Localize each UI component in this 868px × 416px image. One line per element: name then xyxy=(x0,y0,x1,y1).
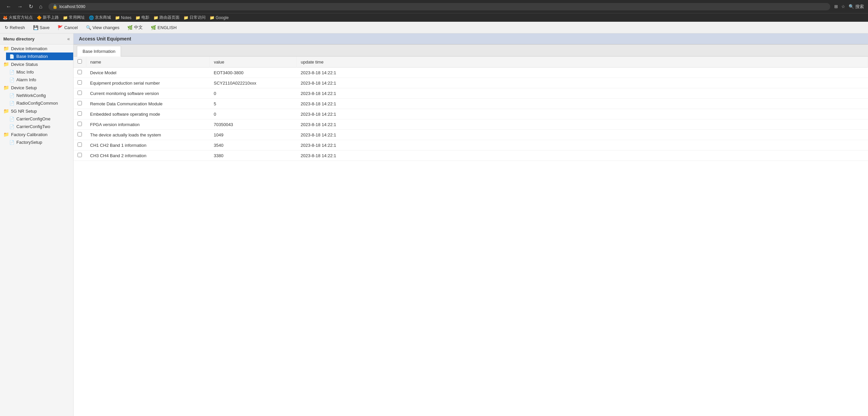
row-update-time-6: 2023-8-18 14:22:1 xyxy=(297,130,868,140)
sidebar-label-carrierconfigtwo: CarrierConfigTwo xyxy=(17,124,50,129)
file-icon-factorysetup: 📄 xyxy=(9,140,14,145)
row-update-time-2: 2023-8-18 14:22:1 xyxy=(297,88,868,99)
row-checkbox-4[interactable] xyxy=(78,111,82,116)
bookmark-router[interactable]: 📁 路由器页面 xyxy=(153,15,180,21)
bookmark-icon[interactable]: ☆ xyxy=(841,4,845,9)
back-button[interactable]: ← xyxy=(4,3,13,10)
row-update-time-7: 2023-8-18 14:22:1 xyxy=(297,140,868,150)
sidebar-item-alarm-info[interactable]: 📄 Alarm Info xyxy=(6,76,73,84)
lock-icon: 🔒 xyxy=(53,4,58,9)
row-name-7: CH1 CH2 Band 1 information xyxy=(86,140,210,150)
row-checkbox-1[interactable] xyxy=(78,80,82,85)
english-label: ENGLISH xyxy=(157,25,177,30)
row-checkbox-0[interactable] xyxy=(78,70,82,74)
sidebar-label-alarm-info: Alarm Info xyxy=(17,77,36,82)
nav-buttons[interactable]: ← → ↻ ⌂ xyxy=(4,3,44,10)
view-changes-button[interactable]: 🔍 View changes xyxy=(85,24,121,31)
row-value-0: EOT3400-3800 xyxy=(210,67,297,78)
col-header-checkbox xyxy=(73,57,86,67)
sidebar-label-device-status: Device Status xyxy=(11,62,38,67)
view-changes-label: View changes xyxy=(93,25,120,30)
forward-button[interactable]: → xyxy=(16,3,25,10)
sidebar-item-factory-calibration[interactable]: 📁 Factory Calibration xyxy=(0,130,73,139)
sidebar-item-carrierconfigone[interactable]: 📄 CarrierConfigOne xyxy=(6,115,73,123)
sidebar-label-misc-info: Misc Info xyxy=(17,69,34,75)
sidebar-item-misc-info[interactable]: 📄 Misc Info xyxy=(6,68,73,76)
row-checkbox-8[interactable] xyxy=(78,153,82,157)
chinese-icon: 🌿 xyxy=(127,25,133,30)
row-value-5: 70350043 xyxy=(210,119,297,130)
reload-button[interactable]: ↻ xyxy=(27,3,35,10)
chinese-label: 中文 xyxy=(134,24,143,30)
bookmark-notes[interactable]: 📁 Notes xyxy=(115,15,131,21)
file-icon-networkconfig: 📄 xyxy=(9,93,14,98)
sidebar-label-networkconfig: NetWorkConfig xyxy=(17,93,46,98)
sidebar-label-factorysetup: FactorySetup xyxy=(17,140,42,145)
tree-group-device-setup: 📁 Device Setup 📄 NetWorkConfig 📄 RadioCo… xyxy=(0,84,73,107)
home-button[interactable]: ⌂ xyxy=(37,3,44,10)
address-bar[interactable]: 🔒 localhost:5090 xyxy=(49,3,831,10)
select-all-checkbox[interactable] xyxy=(78,59,82,63)
sidebar-label-device-setup: Device Setup xyxy=(11,85,37,90)
table-container: name value update time Device Model xyxy=(73,57,868,416)
cancel-button[interactable]: 🚩 Cancel xyxy=(56,24,79,31)
row-checkbox-5[interactable] xyxy=(78,122,82,126)
folder-icon-device-info: 📁 xyxy=(3,46,9,51)
tab-base-information[interactable]: Base Information xyxy=(77,46,121,57)
sidebar-item-5gnr-setup[interactable]: 📁 5G NR Setup xyxy=(0,107,73,115)
child-items-device-info: 📄 Base Infomation xyxy=(0,53,73,60)
file-icon-carrierconfigtwo: 📄 xyxy=(9,124,14,129)
search-icon[interactable]: 🔍 搜索 xyxy=(848,4,864,10)
bookmark-label-daily: 日常访问 xyxy=(189,15,206,21)
refresh-button[interactable]: ↻ Refresh xyxy=(3,24,26,31)
bookmark-firefox[interactable]: 🦊 火狐官方站点 xyxy=(3,15,33,21)
save-label: Save xyxy=(40,25,50,30)
sidebar-label-carrierconfigone: CarrierConfigOne xyxy=(17,116,51,121)
table-row: The device actually loads the system 104… xyxy=(73,130,868,140)
sidebar-label-5gnr-setup: 5G NR Setup xyxy=(11,109,37,114)
bookmark-jd[interactable]: 🌐 京东商城 xyxy=(89,15,111,21)
content-header: Access Unit Equipment xyxy=(73,33,868,44)
row-checkbox-3[interactable] xyxy=(78,101,82,105)
english-icon: 🌿 xyxy=(151,25,156,30)
table-row: FPGA version information 70350043 2023-8… xyxy=(73,119,868,130)
sidebar-item-factorysetup[interactable]: 📄 FactorySetup xyxy=(6,139,73,146)
row-name-1: Equipment production serial number xyxy=(86,78,210,88)
bookmark-common[interactable]: 📁 常用网址 xyxy=(63,15,85,21)
sidebar-item-device-setup[interactable]: 📁 Device Setup xyxy=(0,84,73,92)
sidebar-item-device-status[interactable]: 📁 Device Status xyxy=(0,60,73,68)
col-header-name: name xyxy=(86,57,210,67)
folder-icon-factory-calibration: 📁 xyxy=(3,132,9,137)
row-checkbox-2[interactable] xyxy=(78,91,82,95)
tree-group-5gnr-setup: 📁 5G NR Setup 📄 CarrierConfigOne 📄 Carri… xyxy=(0,107,73,130)
chinese-button[interactable]: 🌿 中文 xyxy=(126,24,144,31)
english-button[interactable]: 🌿 ENGLISH xyxy=(149,24,178,31)
row-checkbox-6[interactable] xyxy=(78,132,82,137)
extensions-icon[interactable]: ⊞ xyxy=(834,4,838,9)
sidebar-item-radioconfigcommon[interactable]: 📄 RadioConfigCommon xyxy=(6,99,73,107)
child-items-5gnr-setup: 📄 CarrierConfigOne 📄 CarrierConfigTwo xyxy=(0,115,73,130)
sidebar-item-device-information[interactable]: 📁 Device Information xyxy=(0,44,73,53)
bookmark-icon-notes: 📁 xyxy=(115,16,120,20)
sidebar-item-carrierconfigtwo[interactable]: 📄 CarrierConfigTwo xyxy=(6,123,73,130)
row-name-2: Current monitoring software version xyxy=(86,88,210,99)
table-row: Embedded software operating mode 0 2023-… xyxy=(73,109,868,119)
sidebar-title: Menu directory xyxy=(3,36,34,41)
bookmark-newuser[interactable]: 🔶 新手上路 xyxy=(37,15,59,21)
bookmark-label-google: Google xyxy=(216,16,228,20)
save-button[interactable]: 💾 Save xyxy=(32,24,51,31)
sidebar-item-base-infomation[interactable]: 📄 Base Infomation xyxy=(6,53,73,60)
sidebar-item-networkconfig[interactable]: 📄 NetWorkConfig xyxy=(6,92,73,99)
tree-group-factory-calibration: 📁 Factory Calibration 📄 FactorySetup xyxy=(0,130,73,146)
bookmark-movies[interactable]: 📁 电影 xyxy=(135,15,149,21)
bookmark-icon-common: 📁 xyxy=(63,16,68,20)
sidebar-collapse-button[interactable]: « xyxy=(67,36,70,41)
bookmark-daily[interactable]: 📁 日常访问 xyxy=(184,15,206,21)
browser-chrome: ← → ↻ ⌂ 🔒 localhost:5090 ⊞ ☆ 🔍 搜索 xyxy=(0,0,868,13)
table-row: Current monitoring software version 0 20… xyxy=(73,88,868,99)
bookmark-google[interactable]: 📁 Google xyxy=(210,15,228,21)
sidebar: Menu directory « 📁 Device Information 📄 … xyxy=(0,33,73,416)
content-title: Access Unit Equipment xyxy=(79,36,131,41)
row-checkbox-7[interactable] xyxy=(78,143,82,147)
save-icon: 💾 xyxy=(33,25,38,30)
